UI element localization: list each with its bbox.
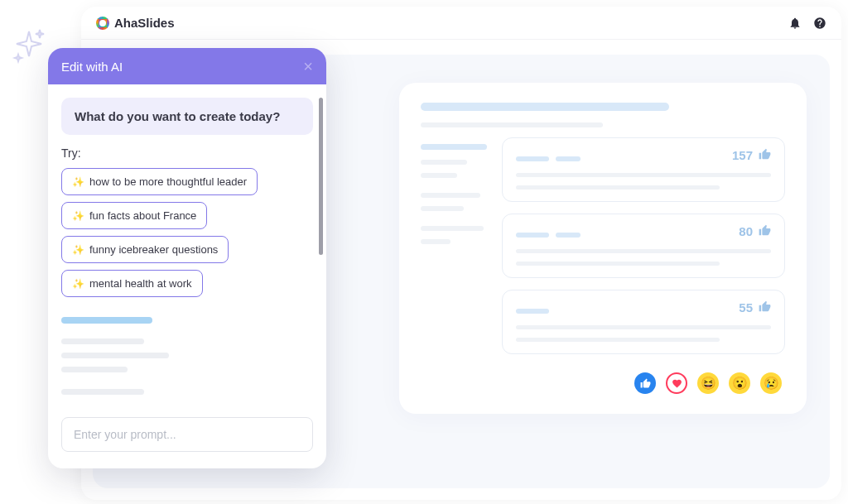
topbar: AhaSlides [81, 7, 841, 40]
reaction-wow-icon[interactable]: 😮 [729, 372, 750, 394]
reaction-like-icon[interactable] [634, 372, 656, 394]
ai-input-container [48, 417, 326, 468]
suggestion-list: ✨how to be more thoughtful leader ✨fun f… [61, 168, 313, 297]
try-label: Try: [61, 146, 313, 160]
ai-prompt-heading: What do you want to create today? [61, 98, 313, 135]
prompt-input[interactable] [61, 417, 313, 452]
sparkle-decoration-icon [8, 25, 50, 70]
skeleton-title [421, 103, 669, 111]
reaction-haha-icon[interactable]: 😆 [697, 372, 719, 394]
slide-preview: 157 80 55 [399, 83, 807, 414]
rank-count: 55 [739, 300, 753, 314]
sparkle-icon: ✨ [72, 210, 84, 222]
brand-name: AhaSlides [114, 16, 175, 30]
ai-panel-header: Edit with AI × [48, 48, 326, 84]
skeleton-group [61, 317, 313, 395]
reaction-sad-icon[interactable]: 😢 [760, 372, 782, 394]
suggestion-item[interactable]: ✨funny icebreaker questions [61, 236, 229, 263]
ai-panel-body: What do you want to create today? Try: ✨… [48, 84, 326, 417]
notifications-icon[interactable] [788, 17, 802, 30]
suggestion-item[interactable]: ✨mental health at work [61, 270, 203, 297]
sparkle-icon: ✨ [72, 244, 84, 256]
skeleton-subtitle [421, 122, 603, 127]
rank-cards: 157 80 55 [502, 137, 785, 354]
ai-panel: Edit with AI × What do you want to creat… [48, 48, 326, 468]
rank-card: 80 [502, 214, 785, 278]
scrollbar[interactable] [319, 98, 323, 255]
suggestion-item[interactable]: ✨how to be more thoughtful leader [61, 168, 258, 195]
reaction-love-icon[interactable] [666, 372, 687, 394]
rank-count: 80 [739, 224, 753, 238]
skeleton-sidebar [421, 137, 487, 354]
brand-logo[interactable]: AhaSlides [96, 16, 175, 30]
logo-mark-icon [96, 17, 109, 30]
thumbs-up-icon [759, 148, 771, 164]
sparkle-icon: ✨ [72, 176, 84, 188]
rank-count: 157 [732, 148, 753, 162]
ai-panel-title: Edit with AI [61, 60, 123, 74]
help-icon[interactable] [813, 17, 826, 30]
close-icon[interactable]: × [303, 58, 313, 74]
suggestion-item[interactable]: ✨fun facts about France [61, 202, 207, 229]
rank-card: 157 [502, 137, 785, 202]
thumbs-up-icon [759, 224, 771, 240]
reactions-bar: 😆 😮 😢 [634, 372, 782, 394]
thumbs-up-icon [759, 300, 771, 316]
sparkle-icon: ✨ [72, 278, 84, 290]
rank-card: 55 [502, 290, 785, 354]
topbar-actions [788, 17, 826, 30]
